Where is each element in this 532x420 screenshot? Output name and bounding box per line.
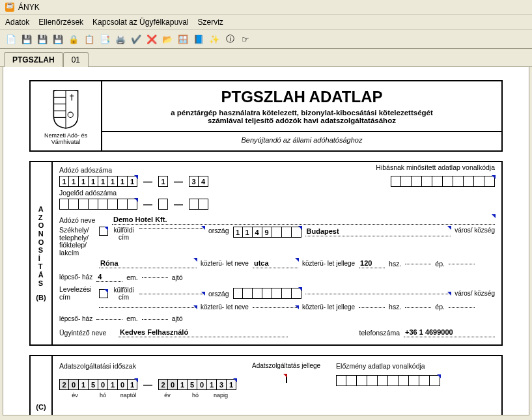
header-texts: PTGSZLAH ADATLAP a pénztárgép használatr… (102, 81, 501, 150)
jelleg-checkbox[interactable] (286, 374, 287, 383)
tab-page-01[interactable]: 01 (63, 52, 89, 67)
ep-input-2[interactable] (405, 306, 431, 308)
form-subtitle: a pénztárgép használatra kötelezett, biz… (102, 109, 501, 131)
jogelod-input[interactable] (59, 199, 137, 210)
menu-ellenorzesek[interactable]: Ellenőrzések (38, 18, 83, 27)
menu-kapcsolat[interactable]: Kapcsolat az Ügyfélkapuval (92, 18, 188, 27)
kozterulet-jelleg-input-2[interactable] (253, 306, 298, 308)
toolbar: 📄 💾 💾 💾 🔒 📋 📑 🖨️ ✔️ ❌ 📂 🪟 📘 ✨ ⓘ ☞ (0, 30, 532, 49)
jelleg-label: Adatszolgáltatás jellege (252, 362, 320, 369)
section-b: AZONOSÍTÁS (B) Adózó adószáma Hibásnak m… (29, 161, 503, 346)
form-title: PTGSZLAH ADATLAP (102, 81, 501, 109)
kulfoldi-checkbox-2[interactable] (99, 289, 108, 298)
toolbar-save-icon[interactable]: 💾 (20, 32, 34, 46)
java-icon (5, 3, 14, 12)
toolbar-new-icon[interactable]: 📄 (4, 32, 18, 46)
kozterulet-jelleg-input-1[interactable]: utca (253, 259, 298, 268)
em-input-1[interactable]: 4 (96, 272, 122, 282)
toolbar-wand-icon[interactable]: ✨ (207, 32, 221, 46)
ajto-input-2[interactable] (142, 318, 168, 320)
form-content: Nemzeti Adó- és Vámhivatal PTGSZLAH ADAT… (3, 67, 529, 415)
section-c-letterbar: (C) (31, 356, 53, 415)
hiba-barcode-input[interactable] (391, 176, 495, 187)
ugyintezo-input[interactable]: Kedves Felhasználó (119, 328, 288, 337)
kozterulet-input-1[interactable]: Róna (99, 259, 197, 268)
menu-bar: Adatok Ellenőrzések Kapcsolat az Ügyfélk… (0, 15, 532, 30)
toolbar-print-icon[interactable]: 🖨️ (113, 32, 128, 46)
toolbar-clipboard-icon[interactable]: 📋 (82, 32, 96, 46)
org-name: Nemzeti Adó- és Vámhivatal (35, 132, 97, 145)
toolbar-hand-icon[interactable]: ☞ (238, 32, 253, 46)
ugyintezo-label: Ügyintéző neve (59, 329, 115, 337)
form-note: Benyújtandó az állami adóhatósághoz (102, 131, 501, 148)
svg-point-5 (68, 112, 73, 117)
toolbar-open-icon[interactable]: 📂 (160, 32, 175, 46)
toolbar-cancel-icon[interactable]: ❌ (145, 32, 159, 46)
period-to-input[interactable]: 20150131 (158, 379, 236, 390)
irsz-input-1[interactable]: 1149 (233, 227, 301, 238)
lepcsohaz-input-2[interactable] (449, 306, 475, 308)
menu-adatok[interactable]: Adatok (5, 18, 29, 27)
coat-of-arms-icon (35, 87, 97, 132)
lev-label: Levelezési cím (59, 286, 95, 301)
addr-label: Székhely/ telephely/ fióktelep/ lakcím (59, 227, 95, 257)
ajto-input-1[interactable] (142, 276, 168, 278)
period-from-input[interactable]: 20150101 (59, 379, 137, 390)
kozterulet-input-2[interactable] (99, 306, 197, 308)
toolbar-check-icon[interactable]: ✔️ (129, 32, 143, 46)
form-header: Nemzeti Adó- és Vámhivatal PTGSZLAH ADAT… (29, 80, 503, 152)
hsz-input-2[interactable] (359, 306, 385, 308)
adoszam-input[interactable]: 11111111 (59, 176, 137, 187)
toolbar-form-icon[interactable]: 📑 (98, 32, 112, 46)
telefon-input[interactable]: +36 1 4699000 (404, 328, 495, 337)
hsz-input-1[interactable]: 120 (359, 259, 385, 268)
toolbar-lock-icon[interactable]: 🔒 (66, 32, 81, 46)
orszag-input-2[interactable] (139, 292, 204, 294)
title-bar: ÁNYK (0, 0, 532, 15)
tab-row: PTGSZLAH 01 (0, 49, 532, 67)
kulfoldi-checkbox-1[interactable] (99, 227, 108, 236)
em-input-2[interactable] (96, 318, 122, 320)
toolbar-window-icon[interactable]: 🪟 (176, 32, 190, 46)
varos-input-2[interactable] (305, 292, 451, 294)
ep-input-1[interactable] (405, 262, 431, 264)
toolbar-info-icon[interactable]: ⓘ (223, 32, 237, 46)
elozmeny-label: Előzmény adatlap vonalkódja (336, 362, 440, 370)
irsz-input-2[interactable] (233, 288, 301, 299)
lepcsohaz-input-1[interactable] (449, 262, 475, 264)
menu-szerviz[interactable]: Szerviz (197, 18, 223, 27)
orszag-input-1[interactable] (139, 227, 204, 229)
jogelod-label: Jogelőd adószáma (59, 189, 495, 197)
tab-ptgszlah[interactable]: PTGSZLAH (4, 52, 63, 67)
toolbar-saveall-icon[interactable]: 💾 (51, 32, 65, 46)
telefon-label: telefonszáma (359, 329, 400, 337)
toolbar-book-icon[interactable]: 📘 (191, 32, 206, 46)
window-title: ÁNYK (18, 3, 40, 12)
hiba-label: Hibásnak minősített adatlap vonalkódja (376, 163, 495, 171)
varos-input-1[interactable]: Budapest (305, 227, 451, 236)
elozmeny-barcode-input[interactable] (336, 375, 440, 386)
adozo-neve-label: Adózó neve (59, 216, 108, 224)
logo-box: Nemzeti Adó- és Vámhivatal (31, 81, 102, 150)
adozo-neve-input[interactable]: Demo Hotel Kft. (112, 215, 495, 225)
toolbar-saveas-icon[interactable]: 💾 (35, 32, 49, 46)
section-c: (C) Adatszolgáltatási időszak 20150101 —… (29, 355, 503, 415)
section-b-letterbar: AZONOSÍTÁS (B) (31, 162, 53, 344)
idoszak-label: Adatszolgáltatási időszak (59, 362, 236, 370)
